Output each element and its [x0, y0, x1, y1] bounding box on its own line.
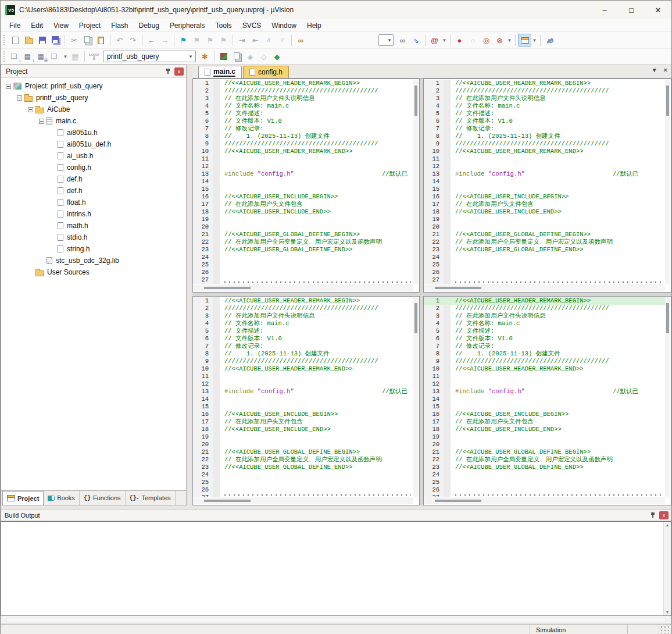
pane-bottom-left[interactable]: 1//<<AICUBE_USER_HEADER_REMARK_BEGIN>>2/…: [192, 296, 420, 505]
pack-installer-icon[interactable]: ◆: [270, 50, 284, 63]
menu-help[interactable]: Help: [302, 20, 327, 31]
tab-close-icon[interactable]: ✕: [663, 67, 668, 73]
menu-project[interactable]: Project: [74, 20, 106, 31]
paste-icon[interactable]: [94, 34, 108, 47]
tree-item-ai8051u-h[interactable]: ai8051u.h: [1, 127, 186, 138]
pane-hscrollbar[interactable]: [194, 497, 413, 504]
tree-item-config-h[interactable]: config.h: [1, 162, 186, 173]
dropdown-arrow-icon[interactable]: ▼: [62, 50, 69, 63]
build-output-close-icon[interactable]: x: [659, 511, 669, 519]
pane-vscrollbar[interactable]: [665, 80, 670, 284]
translate-file-icon[interactable]: ❏↓: [9, 50, 22, 63]
new-file-icon[interactable]: [9, 34, 22, 47]
find-all-references-icon[interactable]: @: [428, 34, 441, 47]
tree-item-project-root[interactable]: Project: printf_usb_query: [1, 80, 186, 92]
pane-vscrollbar[interactable]: [413, 80, 419, 284]
menu-window[interactable]: Window: [266, 20, 302, 31]
manage-rte-icon[interactable]: [217, 50, 230, 63]
tree-item-ai8051u-def-h[interactable]: ai8051u_def.h: [1, 138, 186, 150]
save-all-icon[interactable]: [49, 34, 62, 47]
stop-build-icon[interactable]: ▦: [69, 50, 82, 63]
tree-item-main-c[interactable]: main.c: [1, 115, 186, 127]
tree-item-def-h-1[interactable]: def.h: [1, 173, 186, 185]
kill-all-breakpoints-icon[interactable]: ◎: [480, 34, 493, 47]
menu-view[interactable]: View: [48, 20, 74, 31]
panel-splitter[interactable]: [187, 65, 192, 505]
panel-tab-project[interactable]: Project: [2, 491, 44, 505]
tree-item-math-h[interactable]: math.h: [1, 220, 186, 231]
close-button[interactable]: ✕: [645, 1, 671, 19]
navigate-back-icon[interactable]: ←: [145, 34, 158, 47]
scroll-down-icon[interactable]: ▼: [666, 610, 670, 614]
tree-item-ai-usb-h[interactable]: ai_usb.h: [1, 150, 186, 162]
tree-item-def-h-2[interactable]: def.h: [1, 185, 186, 197]
indent-icon[interactable]: ⇥: [235, 34, 249, 47]
tree-item-intrins-h[interactable]: intrins.h: [1, 208, 186, 220]
build-output-content[interactable]: ▲ ▼: [1, 521, 671, 616]
options-for-target-icon[interactable]: ✱: [198, 50, 212, 63]
dropdown-arrow-icon[interactable]: ▼: [441, 34, 448, 47]
batch-build-icon[interactable]: ❏: [49, 50, 62, 63]
build-output-hscrollbar[interactable]: [1, 616, 671, 624]
build-icon[interactable]: ▦↓: [22, 50, 35, 63]
undo-icon[interactable]: ↶: [113, 34, 126, 47]
combo-dropdown-icon[interactable]: ▼: [186, 54, 195, 59]
manage-project-items-icon[interactable]: [230, 50, 244, 63]
clear-bookmarks-icon[interactable]: ⚑: [217, 34, 230, 47]
resize-grip[interactable]: [659, 625, 671, 634]
dropdown-arrow-icon[interactable]: ▼: [506, 34, 513, 47]
menu-svcs[interactable]: SVCS: [237, 20, 267, 31]
menu-flash[interactable]: Flash: [106, 20, 133, 31]
menu-peripherals[interactable]: Peripherals: [165, 20, 210, 31]
copy-icon[interactable]: [81, 34, 94, 47]
pane-top-left[interactable]: 1//<<AICUBE_USER_HEADER_REMARK_BEGIN>>2/…: [192, 79, 420, 293]
tree-item-stc-usb-cdc-lib[interactable]: stc_usb_cdc_32g.lib: [1, 255, 186, 266]
target-combo[interactable]: printf_usb_query▼: [103, 51, 196, 62]
minimize-button[interactable]: –: [591, 1, 618, 19]
editor-tab-config-h[interactable]: config.h: [243, 66, 289, 78]
dropdown-arrow-icon[interactable]: ▼: [531, 34, 538, 47]
maximize-button[interactable]: □: [618, 1, 645, 19]
collapse-expander-icon[interactable]: [28, 107, 33, 112]
collapse-expander-icon[interactable]: [6, 84, 11, 89]
editor-tab-main-c[interactable]: main.c: [198, 66, 242, 78]
menu-edit[interactable]: Edit: [26, 20, 48, 31]
previous-bookmark-icon[interactable]: ⚑: [190, 34, 203, 47]
pane-vscrollbar[interactable]: [413, 297, 419, 497]
insert-bookmark-icon[interactable]: ⚑: [177, 34, 190, 47]
search-in-files-icon[interactable]: ∞: [396, 34, 409, 47]
menu-file[interactable]: File: [4, 20, 26, 31]
debug-windows-icon[interactable]: [518, 34, 531, 47]
pane-vscrollbar[interactable]: [665, 297, 670, 497]
insert-breakpoint-icon[interactable]: ●: [453, 34, 466, 47]
tab-list-dropdown-icon[interactable]: ▼: [652, 67, 657, 73]
check-software-packs-icon[interactable]: ◇: [257, 50, 270, 63]
project-panel-close-icon[interactable]: x: [174, 67, 184, 76]
pane-bottom-right[interactable]: 1//<<AICUBE_USER_HEADER_REMARK_BEGIN>>2/…: [423, 296, 671, 505]
comment-selection-icon[interactable]: //: [262, 34, 276, 47]
panel-tab-functions[interactable]: {}Functions: [80, 491, 126, 505]
redo-icon[interactable]: ↷: [126, 34, 140, 47]
tree-item-user-sources[interactable]: User Sources: [1, 266, 186, 278]
panel-tab-templates[interactable]: {}▸Templates: [126, 491, 176, 505]
menu-tools[interactable]: Tools: [210, 20, 237, 31]
collapse-expander-icon[interactable]: [17, 95, 22, 101]
search-combo[interactable]: ▼: [378, 34, 394, 46]
tree-item-string-h[interactable]: string.h: [1, 243, 186, 255]
cut-icon[interactable]: ✂: [67, 34, 81, 47]
collapse-expander-icon[interactable]: [39, 119, 44, 124]
build-output-pin-icon[interactable]: [650, 512, 656, 518]
disable-all-breakpoints-icon[interactable]: ⊗: [493, 34, 506, 47]
rebuild-icon[interactable]: ▦⇊: [35, 50, 49, 63]
open-file-icon[interactable]: [22, 34, 35, 47]
configure-icon[interactable]: [543, 34, 556, 47]
toolbar-drag-handle[interactable]: [3, 35, 6, 45]
unindent-icon[interactable]: ⇤: [249, 34, 262, 47]
menu-debug[interactable]: Debug: [134, 20, 165, 31]
pin-icon[interactable]: [165, 68, 171, 74]
uncomment-selection-icon[interactable]: //: [276, 34, 289, 47]
next-bookmark-icon[interactable]: ⚑: [203, 34, 217, 47]
scroll-up-icon[interactable]: ▲: [666, 523, 670, 527]
build-output-vscrollbar[interactable]: ▲ ▼: [663, 522, 671, 615]
enable-breakpoint-icon[interactable]: ○: [466, 34, 480, 47]
